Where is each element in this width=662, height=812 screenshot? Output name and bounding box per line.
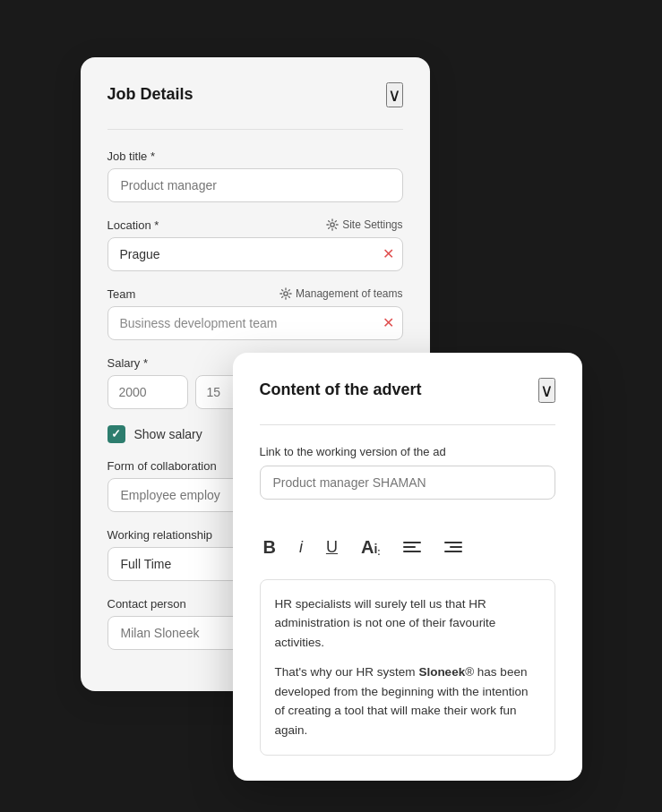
- gear-icon: [326, 218, 339, 231]
- team-clear-button[interactable]: ✕: [383, 316, 394, 330]
- svg-point-1: [284, 292, 288, 295]
- job-details-collapse-button[interactable]: ∨: [386, 82, 403, 107]
- align-left-button[interactable]: [400, 538, 425, 556]
- ad-link-group: Link to the working version of the ad: [260, 445, 555, 517]
- text-size-icon: Ai:: [361, 537, 380, 558]
- align-right-button[interactable]: [441, 538, 466, 556]
- header-divider: [107, 129, 403, 130]
- team-label: Team Management of teams: [107, 287, 403, 301]
- location-group: Location * Site Settings Prague ✕: [107, 218, 403, 271]
- align-right-icon: [444, 542, 462, 552]
- location-settings-link[interactable]: Site Settings: [326, 218, 402, 231]
- content-editor[interactable]: HR specialists will surely tell us that …: [260, 579, 555, 756]
- team-input[interactable]: [107, 306, 403, 340]
- advert-title: Content of the advert: [260, 380, 422, 399]
- gear-icon-team: [279, 287, 292, 300]
- ad-link-label: Link to the working version of the ad: [260, 445, 555, 458]
- salary-from-input[interactable]: [107, 375, 188, 409]
- location-clear-button[interactable]: ✕: [383, 247, 394, 261]
- advert-header: Content of the advert ∨: [260, 378, 555, 403]
- underline-button[interactable]: U: [322, 534, 341, 560]
- job-details-title: Job Details: [107, 85, 193, 104]
- content-paragraph-2: That's why our HR system Sloneek® has be…: [275, 662, 540, 739]
- align-left-icon: [403, 542, 421, 552]
- advert-card: Content of the advert ∨ Link to the work…: [233, 353, 582, 781]
- brand-name: Sloneek: [418, 665, 465, 679]
- text-size-button[interactable]: Ai:: [357, 534, 383, 561]
- team-input-wrapper: Business development team ✕: [107, 306, 403, 340]
- team-group: Team Management of teams Business develo…: [107, 287, 403, 340]
- text-toolbar: B i U Ai:: [260, 534, 555, 565]
- ad-link-input[interactable]: [260, 466, 555, 500]
- job-title-label: Job title *: [107, 150, 403, 163]
- advert-divider: [260, 424, 555, 425]
- svg-point-0: [331, 223, 334, 227]
- job-title-input[interactable]: [107, 168, 403, 202]
- content-paragraph-1: HR specialists will surely tell us that …: [275, 594, 540, 653]
- location-label: Location * Site Settings: [107, 218, 403, 232]
- italic-button[interactable]: i: [296, 534, 306, 560]
- show-salary-label: Show salary: [134, 427, 202, 441]
- advert-collapse-button[interactable]: ∨: [538, 378, 555, 403]
- job-title-group: Job title *: [107, 150, 403, 202]
- job-details-header: Job Details ∨: [107, 82, 403, 107]
- location-input-wrapper: Prague ✕: [107, 237, 403, 271]
- underline-icon: U: [326, 538, 338, 557]
- bold-button[interactable]: B: [260, 534, 279, 561]
- show-salary-checkbox[interactable]: [107, 425, 125, 443]
- location-input[interactable]: [107, 237, 403, 271]
- team-settings-link[interactable]: Management of teams: [279, 287, 402, 300]
